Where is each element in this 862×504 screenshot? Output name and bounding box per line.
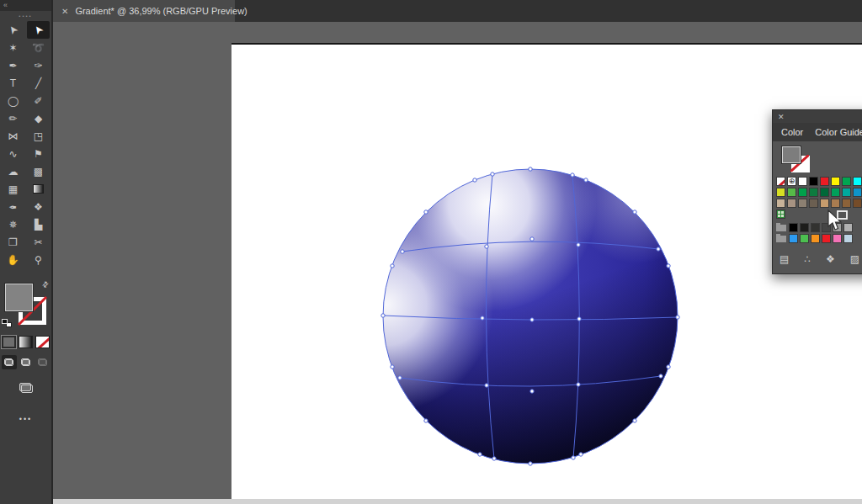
swatch-gray-tan[interactable] bbox=[787, 199, 796, 208]
tool-zoom[interactable]: ⚲ bbox=[27, 251, 50, 268]
color-group-folder-icon[interactable] bbox=[776, 225, 786, 231]
tool-symbol-sprayer[interactable]: ✵ bbox=[2, 215, 24, 233]
mesh-anchor-point[interactable] bbox=[529, 462, 532, 465]
tab-color-guide[interactable]: Color Guide bbox=[815, 127, 862, 137]
mesh-anchor-point[interactable] bbox=[491, 172, 494, 176]
tool-pen[interactable]: ✒ bbox=[2, 56, 24, 74]
mesh-anchor-point[interactable] bbox=[529, 167, 532, 171]
swatch-teal[interactable] bbox=[842, 188, 851, 197]
tool-artboard[interactable]: ❐ bbox=[2, 233, 24, 251]
swatch-bright-blue[interactable] bbox=[789, 234, 798, 243]
toolbar-collapse-icon[interactable]: « bbox=[3, 1, 8, 9]
tool-reflect[interactable]: ⋈ bbox=[2, 127, 24, 145]
mesh-anchor-point[interactable] bbox=[391, 365, 394, 369]
tool-gradient[interactable]: ▥ bbox=[27, 180, 50, 198]
artboard[interactable] bbox=[231, 45, 862, 499]
swatch-yellow[interactable] bbox=[831, 177, 840, 186]
mesh-vertical-line[interactable] bbox=[572, 175, 579, 458]
document-tab[interactable]: ✕ Gradient* @ 36,99% (RGB/GPU Preview) bbox=[53, 0, 235, 22]
tool-direct-selection[interactable]: ➤ bbox=[27, 21, 50, 39]
mesh-anchor-point[interactable] bbox=[676, 316, 679, 319]
mesh-anchor-point[interactable] bbox=[391, 264, 394, 268]
tool-lasso[interactable]: ➰ bbox=[27, 39, 50, 56]
mesh-anchor-point[interactable] bbox=[584, 178, 588, 182]
swatch-white[interactable] bbox=[798, 177, 807, 186]
swatch-orange[interactable] bbox=[811, 234, 820, 243]
draw-inside-button[interactable] bbox=[35, 355, 51, 369]
tool-magic-wand[interactable]: ✶ bbox=[2, 39, 24, 56]
tool-puppet-warp[interactable]: ⚑ bbox=[27, 145, 50, 162]
swatch-green-2[interactable] bbox=[798, 188, 807, 197]
mesh-anchor-point[interactable] bbox=[398, 376, 402, 379]
swatch-green-grid-pattern[interactable] bbox=[776, 210, 785, 219]
tool-width[interactable]: ∿ bbox=[2, 145, 24, 162]
mesh-anchor-point[interactable] bbox=[579, 453, 583, 456]
mesh-anchor-point[interactable] bbox=[667, 365, 670, 369]
tool-eraser[interactable]: ◆ bbox=[27, 109, 50, 127]
toolbar-grip[interactable]: •••• bbox=[0, 11, 51, 21]
mesh-anchor-point[interactable] bbox=[473, 178, 476, 182]
swatch-dark-taupe[interactable] bbox=[809, 199, 818, 208]
tool-line-segment[interactable]: ╱ bbox=[27, 74, 50, 92]
tool-hand[interactable]: ✋ bbox=[2, 251, 24, 268]
panel-close-icon[interactable]: ✕ bbox=[778, 113, 785, 121]
mesh-horizontal-line[interactable] bbox=[400, 376, 661, 386]
tool-column-graph[interactable]: ▙ bbox=[27, 215, 50, 233]
swap-fill-stroke-icon[interactable]: ⇄ bbox=[40, 279, 51, 289]
tool-slice[interactable]: ✂ bbox=[27, 233, 50, 251]
tool-perspective-grid[interactable]: ▩ bbox=[27, 162, 50, 180]
swatch-gray-80[interactable] bbox=[811, 223, 820, 232]
swatch-brown[interactable] bbox=[831, 199, 840, 208]
tool-blend[interactable]: ❖ bbox=[27, 198, 50, 215]
swatch-red[interactable] bbox=[820, 177, 829, 186]
screen-mode-button[interactable] bbox=[0, 381, 51, 396]
tool-pencil[interactable]: ✏ bbox=[2, 109, 24, 127]
color-button[interactable] bbox=[2, 336, 16, 348]
tool-curvature[interactable]: ✑ bbox=[27, 56, 50, 74]
mesh-anchor-point[interactable] bbox=[485, 245, 488, 248]
mesh-anchor-point[interactable] bbox=[478, 453, 482, 456]
mesh-anchor-point[interactable] bbox=[577, 317, 581, 321]
mesh-anchor-point[interactable] bbox=[577, 243, 580, 247]
mesh-selection-overlay[interactable] bbox=[231, 45, 862, 499]
swatch-gray-group-black[interactable] bbox=[789, 223, 798, 232]
mesh-vertical-line[interactable] bbox=[486, 174, 494, 459]
swatch-deep-brown[interactable] bbox=[853, 199, 862, 208]
mesh-anchor-point[interactable] bbox=[572, 456, 575, 459]
new-color-group-icon[interactable]: ❖ bbox=[826, 253, 835, 265]
swatch-forest-green[interactable] bbox=[820, 188, 829, 197]
mesh-anchor-point[interactable] bbox=[492, 457, 496, 460]
tool-paintbrush[interactable]: ✐ bbox=[27, 92, 50, 109]
draw-behind-button[interactable] bbox=[19, 355, 34, 369]
fill-color-swatch[interactable] bbox=[5, 284, 33, 311]
tool-mesh[interactable]: ▦ bbox=[2, 180, 24, 198]
mesh-anchor-point[interactable] bbox=[633, 419, 636, 422]
gradient-button[interactable] bbox=[19, 336, 33, 348]
canvas-area[interactable] bbox=[53, 22, 862, 504]
mesh-anchor-point[interactable] bbox=[401, 250, 404, 253]
none-button[interactable] bbox=[35, 336, 50, 348]
edit-toolbar-ellipsis[interactable]: ••• bbox=[0, 415, 51, 423]
tab-close-icon[interactable]: ✕ bbox=[61, 7, 68, 16]
swatch-gray-90[interactable] bbox=[800, 223, 809, 232]
mesh-anchor-point[interactable] bbox=[424, 210, 428, 214]
swatch-light-green[interactable] bbox=[787, 188, 796, 197]
swatch-black[interactable] bbox=[809, 177, 818, 186]
mesh-anchor-point[interactable] bbox=[657, 247, 660, 251]
draw-normal-button[interactable] bbox=[2, 355, 17, 369]
swatch-bright-red[interactable] bbox=[822, 234, 831, 243]
mesh-anchor-point[interactable] bbox=[381, 314, 385, 317]
tool-selection[interactable]: ➤ bbox=[2, 21, 24, 39]
mesh-anchor-point[interactable] bbox=[659, 374, 662, 378]
color-group-folder-icon[interactable] bbox=[776, 236, 786, 242]
swatch-libraries-menu-icon[interactable]: ▤ bbox=[780, 253, 789, 265]
tool-type[interactable]: T bbox=[2, 74, 24, 92]
swatch-cyan[interactable] bbox=[853, 177, 862, 186]
tool-ellipse[interactable]: ◯ bbox=[2, 92, 24, 109]
swatch-tan[interactable] bbox=[776, 199, 785, 208]
swatch-blue-cyan[interactable] bbox=[853, 188, 862, 197]
mesh-anchor-point[interactable] bbox=[577, 383, 580, 386]
swatch-pale-blue[interactable] bbox=[843, 234, 853, 243]
panel-overflow-icon[interactable]: ▨ bbox=[850, 253, 859, 265]
swatch-taupe[interactable] bbox=[798, 199, 807, 208]
